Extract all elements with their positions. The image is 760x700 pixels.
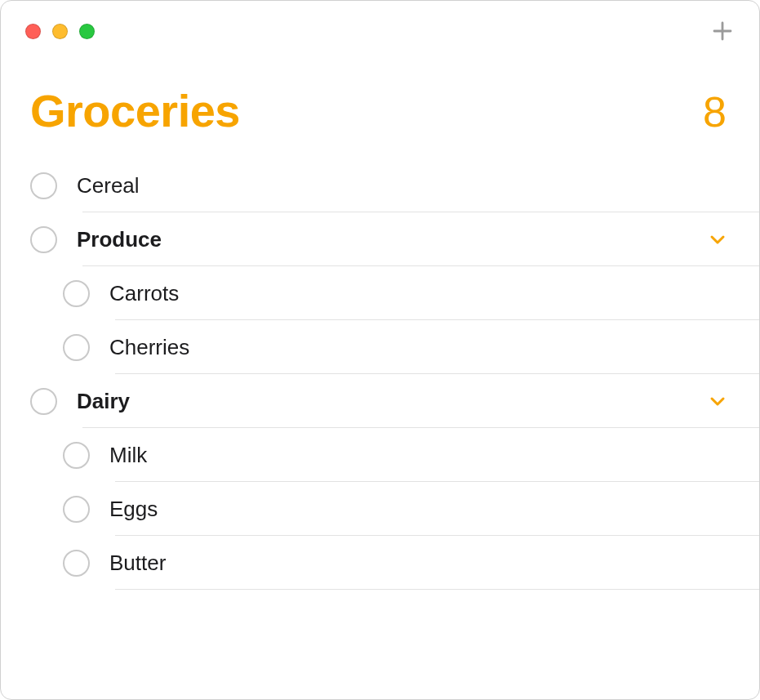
complete-toggle[interactable]: [30, 226, 57, 253]
complete-toggle[interactable]: [63, 334, 90, 361]
reminder-label: Produce: [77, 227, 709, 252]
titlebar: [1, 1, 759, 51]
reminder-item-milk[interactable]: Milk: [1, 428, 759, 482]
reminder-group-produce[interactable]: Produce: [1, 212, 759, 266]
reminders-window: Groceries 8 Cereal Produce Carrots: [0, 0, 760, 700]
expand-toggle[interactable]: [709, 230, 727, 248]
list-count: 8: [703, 87, 727, 136]
reminder-item-butter[interactable]: Butter: [1, 536, 759, 590]
reminder-label: Cereal: [77, 173, 759, 198]
reminder-item-cereal[interactable]: Cereal: [1, 158, 759, 212]
reminder-label: Eggs: [109, 497, 759, 522]
reminder-group-dairy[interactable]: Dairy: [1, 374, 759, 428]
reminder-label: Dairy: [77, 389, 709, 414]
reminders-list: Cereal Produce Carrots Cherries D: [1, 152, 759, 590]
chevron-down-icon: [709, 230, 727, 248]
reminder-label: Milk: [109, 443, 759, 468]
close-window-button[interactable]: [25, 24, 41, 39]
reminder-label: Butter: [109, 551, 759, 576]
add-reminder-button[interactable]: [710, 19, 735, 43]
reminder-label: Cherries: [109, 335, 759, 360]
reminder-item-eggs[interactable]: Eggs: [1, 482, 759, 536]
list-header: Groceries 8: [1, 51, 759, 152]
minimize-window-button[interactable]: [52, 24, 68, 39]
reminder-item-carrots[interactable]: Carrots: [1, 266, 759, 320]
complete-toggle[interactable]: [30, 172, 57, 199]
complete-toggle[interactable]: [63, 550, 90, 577]
separator: [115, 589, 759, 590]
complete-toggle[interactable]: [63, 280, 90, 307]
complete-toggle[interactable]: [63, 442, 90, 469]
window-controls: [25, 24, 95, 39]
list-title: Groceries: [30, 84, 240, 137]
expand-toggle[interactable]: [709, 392, 727, 410]
zoom-window-button[interactable]: [79, 24, 95, 39]
complete-toggle[interactable]: [30, 388, 57, 415]
plus-icon: [711, 20, 734, 42]
complete-toggle[interactable]: [63, 496, 90, 523]
chevron-down-icon: [709, 392, 727, 410]
reminder-label: Carrots: [109, 281, 759, 306]
reminder-item-cherries[interactable]: Cherries: [1, 320, 759, 374]
